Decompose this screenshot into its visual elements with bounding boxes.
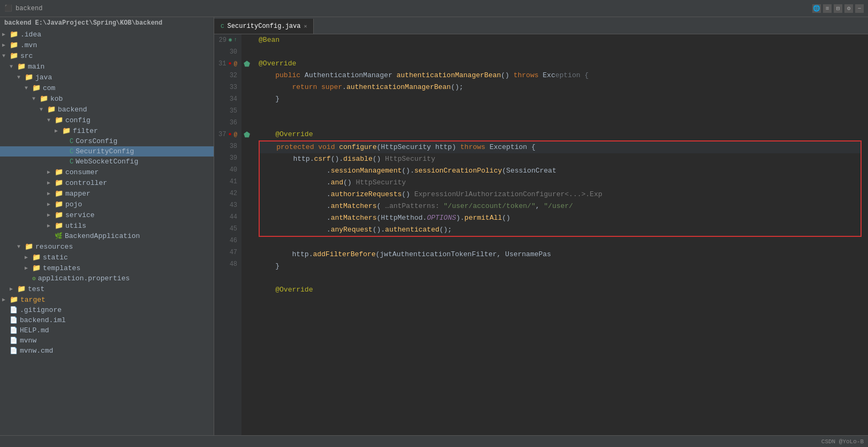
code-line-32: public AuthenticationManager authenticat… xyxy=(259,70,862,81)
arrow-pojo: ▶ xyxy=(47,201,55,207)
code-line-35 xyxy=(259,105,862,117)
code-line-40: . sessionManagement (). sessionCreationP… xyxy=(260,165,861,177)
toolbar-icon-minus[interactable]: − xyxy=(855,4,864,13)
label-target: target xyxy=(20,296,46,304)
sidebar-item-consumer[interactable]: ▶ 📁 consumer xyxy=(0,167,214,177)
title-bar: ⬛ backend 🌐 ≡ ⊟ ⚙ − xyxy=(0,0,868,17)
code-line-48: } xyxy=(259,260,862,272)
sidebar-item-backend-iml[interactable]: ▶ 📄 backend.iml xyxy=(0,315,214,325)
rg-36 xyxy=(241,117,252,129)
sidebar-item-test[interactable]: ▶ 📁 test xyxy=(0,284,214,294)
sidebar-item-kob[interactable]: ▼ 📁 kob xyxy=(0,93,214,104)
label-service: service xyxy=(65,211,95,219)
code-line-45: . anyRequest (). authenticated (); xyxy=(260,224,861,236)
sidebar-item-src[interactable]: ▼ 📁 src xyxy=(0,50,214,61)
sidebar-item-resources[interactable]: ▼ 📁 resources xyxy=(0,241,214,252)
label-java: java xyxy=(35,73,52,81)
linenum-label-42: 42 xyxy=(230,188,237,199)
file-icon-iml: 📄 xyxy=(10,316,18,324)
sidebar-item-config[interactable]: ▼ 📁 config xyxy=(0,115,214,125)
arrow-test: ▶ xyxy=(10,286,17,292)
sidebar-item-backend-app[interactable]: ▶ 🌿 BackendApplication xyxy=(0,231,214,241)
exception-32: Exc xyxy=(543,70,555,81)
gutter-bean2-29: ↑ xyxy=(234,34,237,46)
sidebar-item-app-props[interactable]: ▶ ⚙ application.properties xyxy=(0,273,214,284)
sidebar-item-cors-config[interactable]: ▶ C CorsConfig xyxy=(0,136,214,146)
toolbar-icon-earth[interactable]: 🌐 xyxy=(812,4,821,13)
sidebar-item-target[interactable]: ▶ 📁 target xyxy=(0,294,214,305)
sidebar-item-main[interactable]: ▼ 📁 main xyxy=(0,61,214,72)
sidebar-item-gitignore[interactable]: ▶ 📄 .gitignore xyxy=(0,305,214,315)
sidebar-item-com[interactable]: ▼ 📁 com xyxy=(0,83,214,93)
sidebar-item-mvnw[interactable]: ▶ 📄 mvnw xyxy=(0,336,214,346)
linenum-38: 38 xyxy=(218,140,237,152)
sidebar-item-utils[interactable]: ▶ 📁 utils xyxy=(0,220,214,231)
linenum-40: 40 xyxy=(218,164,237,176)
sidebar-item-help-md[interactable]: ▶ 📄 HELP.md xyxy=(0,325,214,336)
sidebar-item-controller[interactable]: ▶ 📁 controller xyxy=(0,177,214,188)
linenum-label-38: 38 xyxy=(230,140,237,152)
sidebar-item-filter[interactable]: ▶ 📁 filter xyxy=(0,125,214,136)
class-httpmethod: HttpMethod. xyxy=(381,212,427,224)
code-line-29: @Bean xyxy=(259,34,862,46)
label-websocket-config: WebSocketConfig xyxy=(76,158,138,166)
arrow-templates: ▶ xyxy=(25,265,32,271)
rg-48 xyxy=(241,258,252,270)
arrow-idea: ▶ xyxy=(2,31,10,38)
folder-icon-main: 📁 xyxy=(17,62,26,71)
sidebar-item-mvn[interactable]: ▶ 📁 .mvn xyxy=(0,40,214,50)
sidebar-item-service[interactable]: ▶ 📁 service xyxy=(0,210,214,220)
arrow-filter: ▶ xyxy=(55,128,62,134)
file-icon-websocket: C xyxy=(70,158,73,166)
sidebar-item-mapper[interactable]: ▶ 📁 mapper xyxy=(0,188,214,199)
sidebar-item-idea[interactable]: ▶ 📁 .idea xyxy=(0,29,214,40)
sidebar[interactable]: backend E:\JavaProject\Spring\KOB\backen… xyxy=(0,17,214,435)
arrow-static: ▶ xyxy=(25,254,32,260)
gutter-at-31: @ xyxy=(233,58,237,70)
linenum-label-34: 34 xyxy=(230,93,237,105)
kw-void-38: void xyxy=(318,141,339,153)
window-controls: 🌐 ≡ ⊟ ⚙ − xyxy=(812,4,864,13)
arrow-utils: ▶ xyxy=(47,222,55,229)
sidebar-item-security-config[interactable]: ▶ C SecurityConfig xyxy=(0,146,214,157)
tab-security-config[interactable]: C SecurityConfig.java ✕ xyxy=(214,19,314,34)
param-http: http) xyxy=(435,141,461,153)
sidebar-item-java[interactable]: ▼ 📁 java xyxy=(0,72,214,83)
file-icon-mvnw: 📄 xyxy=(10,337,18,345)
arrow-config: ▼ xyxy=(47,117,55,123)
app-icon: ⬛ xyxy=(4,4,12,12)
method-disable: disable xyxy=(343,153,373,165)
super-call-33: super xyxy=(321,81,342,93)
toolbar-icon-split[interactable]: ⊟ xyxy=(834,4,842,13)
toolbar-icon-gear[interactable]: ⚙ xyxy=(844,4,853,13)
sidebar-item-websocket-config[interactable]: ▶ C WebSocketConfig xyxy=(0,157,214,167)
highlighted-block: protected void configure ( HttpSecurity … xyxy=(259,140,862,237)
rg-42 xyxy=(241,188,252,199)
rg-35 xyxy=(241,105,252,117)
sidebar-item-pojo[interactable]: ▶ 📁 pojo xyxy=(0,199,214,210)
gutter-at-37: @ xyxy=(233,129,237,140)
sidebar-item-mvnw-cmd[interactable]: ▶ 📄 mvnw.cmd xyxy=(0,346,214,356)
arrow-resources: ▼ xyxy=(17,244,25,250)
gutter-breakpoint-31: ● xyxy=(228,58,231,70)
folder-icon-test: 📁 xyxy=(17,285,26,293)
code-line-41: . and () HttpSecurity xyxy=(260,177,861,189)
sidebar-item-static[interactable]: ▶ 📁 static xyxy=(0,252,214,263)
code-41b: () xyxy=(343,177,356,189)
kw-protected-38: protected xyxy=(260,141,318,153)
code-editor[interactable]: 29 ◉ ↑ 30 31 ● @ 32 xyxy=(214,34,868,435)
folder-icon-com: 📁 xyxy=(32,84,41,92)
toolbar-icon-list[interactable]: ≡ xyxy=(823,4,832,13)
method-any-req: anyRequest xyxy=(331,224,373,236)
hint-expr-42: ExpressionUrlAuthorizationConfigurer<...… xyxy=(414,189,602,200)
paren-38a: ( xyxy=(376,141,381,153)
tab-close-btn[interactable]: ✕ xyxy=(304,23,307,29)
file-icon-backend-app: 🌿 xyxy=(55,232,63,240)
tab-bar: C SecurityConfig.java ✕ xyxy=(214,17,868,34)
sidebar-item-backend-folder[interactable]: ▼ 📁 backend xyxy=(0,104,214,115)
paren-32: () xyxy=(501,70,514,81)
annotation-bean: @Bean xyxy=(259,34,280,46)
label-controller: controller xyxy=(65,179,107,187)
sidebar-item-templates[interactable]: ▶ 📁 templates xyxy=(0,263,214,273)
code-line-38: protected void configure ( HttpSecurity … xyxy=(260,141,861,153)
